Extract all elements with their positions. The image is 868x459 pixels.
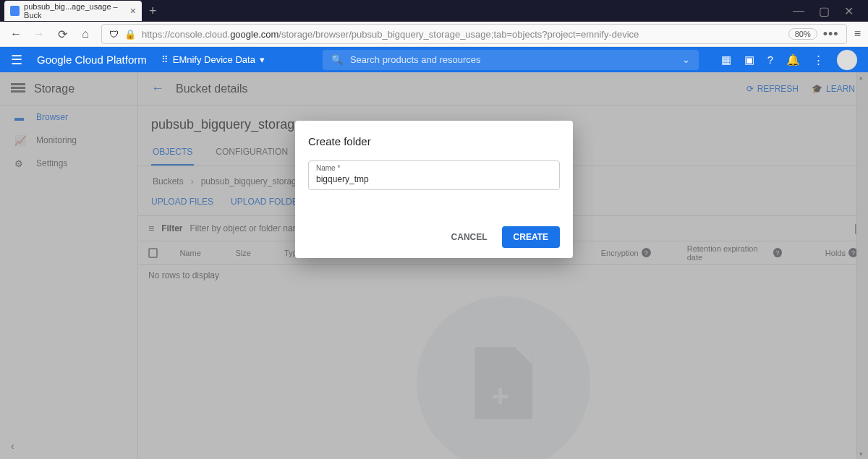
nav-back-icon[interactable]: ← (7, 25, 25, 43)
nav-home-icon[interactable]: ⌂ (77, 25, 94, 43)
url-text: https://console.cloud.google.com/storage… (142, 29, 783, 40)
tab-title: pubsub_big...age_usage – Buck (24, 2, 130, 20)
modal-overlay[interactable]: Create folder Name * CANCEL CREATE (0, 72, 868, 459)
search-input[interactable]: 🔍 Search products and resources ⌄ (323, 50, 699, 70)
gcp-logo[interactable]: Google Cloud Platform (37, 53, 147, 66)
chevron-down-icon: ▾ (260, 54, 265, 65)
close-icon[interactable]: ✕ (844, 4, 854, 18)
project-icon: ⠿ (161, 54, 169, 65)
browser-tab-bar: pubsub_big...age_usage – Buck × + — ▢ ✕ (0, 0, 868, 22)
gift-icon[interactable]: ▦ (721, 53, 731, 67)
cloud-shell-icon[interactable]: ▣ (744, 53, 754, 67)
nav-reload-icon[interactable]: ⟳ (54, 25, 71, 43)
address-bar[interactable]: 🛡 🔒 https://console.cloud.google.com/sto… (101, 24, 847, 44)
avatar[interactable] (837, 50, 857, 70)
url-bar: ← → ⟳ ⌂ 🛡 🔒 https://console.cloud.google… (0, 22, 868, 47)
tab-close-icon[interactable]: × (130, 5, 136, 17)
search-dropdown-icon[interactable]: ⌄ (682, 54, 690, 65)
folder-name-field[interactable]: Name * (308, 160, 560, 190)
window-controls: — ▢ ✕ (793, 4, 868, 18)
minimize-icon[interactable]: — (793, 4, 804, 18)
project-name: EMnify Device Data (173, 54, 255, 65)
nav-menu-icon[interactable]: ☰ (11, 52, 22, 68)
tab-favicon (10, 6, 20, 16)
notifications-icon[interactable]: 🔔 (786, 53, 800, 67)
project-selector[interactable]: ⠿ EMnify Device Data ▾ (161, 54, 265, 65)
search-placeholder: Search products and resources (350, 54, 481, 65)
create-folder-modal: Create folder Name * CANCEL CREATE (295, 121, 573, 258)
maximize-icon[interactable]: ▢ (819, 4, 830, 18)
page-actions-icon[interactable]: ••• (823, 27, 839, 42)
gcp-topbar: ☰ Google Cloud Platform ⠿ EMnify Device … (0, 47, 868, 72)
cancel-button[interactable]: CANCEL (444, 226, 495, 248)
search-icon: 🔍 (331, 54, 343, 65)
field-label: Name * (316, 164, 552, 172)
new-tab-button[interactable]: + (149, 4, 157, 19)
more-icon[interactable]: ⋮ (813, 53, 824, 67)
zoom-level[interactable]: 80% (788, 28, 817, 40)
modal-title: Create folder (308, 135, 560, 147)
folder-name-input[interactable] (316, 173, 552, 184)
help-icon[interactable]: ? (767, 53, 773, 66)
create-button[interactable]: CREATE (502, 226, 560, 248)
browser-menu-icon[interactable]: ≡ (854, 27, 861, 40)
nav-forward-icon[interactable]: → (30, 25, 48, 43)
shield-icon[interactable]: 🛡 (109, 29, 119, 40)
browser-tab[interactable]: pubsub_big...age_usage – Buck × (4, 1, 142, 21)
lock-icon: 🔒 (124, 29, 136, 40)
